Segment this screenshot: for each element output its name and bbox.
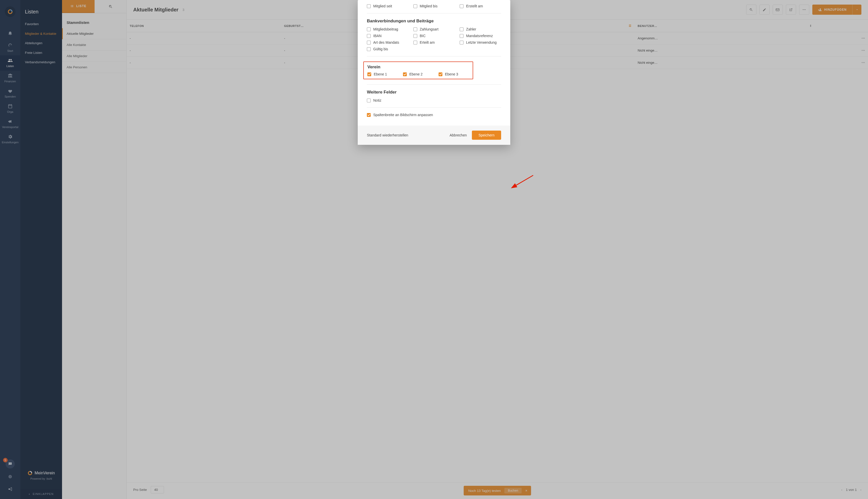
checkbox-icon [413, 4, 417, 8]
checkbox-icon [460, 34, 463, 38]
cb-bank-2-0[interactable]: Art des Mandats [367, 40, 408, 45]
cb-bank-2-1[interactable]: Erteilt am [413, 40, 455, 45]
reset-default-link[interactable]: Standard wiederherstellen [367, 133, 408, 137]
checkbox-icon [413, 27, 417, 31]
checkbox-label: Ebene 3 [445, 72, 458, 76]
cancel-button[interactable]: Abbrechen [450, 133, 467, 137]
checkbox-icon [413, 34, 417, 38]
columns-modal: Mitglied seitMitglied bisErstellt am Ban… [358, 0, 510, 145]
checkbox-icon [439, 72, 442, 76]
cb-verein-1[interactable]: Ebene 2 [403, 72, 433, 76]
checkbox-icon [460, 27, 463, 31]
cb-bank-0-0[interactable]: Mitgliedsbeitrag [367, 27, 408, 31]
cb-bank-3-0[interactable]: Gültig bis [367, 47, 408, 51]
checkbox-label: Mitglied seit [373, 4, 392, 8]
checkbox-label: Zahler [466, 27, 476, 31]
cb-bank-2-2[interactable]: Letzte Verwendung [460, 40, 501, 45]
checkbox-icon [367, 34, 371, 38]
svg-line-8 [515, 175, 533, 186]
section-verein-title: Verein [367, 64, 469, 70]
checkbox-label: Notiz [373, 98, 381, 102]
checkbox-label: Spaltenbreite an Bildschirm anpassen [373, 113, 433, 117]
section-verein-highlight: Verein Ebene 1Ebene 2Ebene 3 [363, 61, 473, 79]
checkbox-icon [367, 4, 371, 8]
checkbox-icon [403, 72, 407, 76]
section-weitere-title: Weitere Felder [367, 90, 501, 95]
cb-weitere-0[interactable]: Notiz [367, 98, 408, 102]
checkbox-label: Erstellt am [466, 4, 483, 8]
cb-top-1[interactable]: Mitglied bis [413, 4, 455, 8]
checkbox-icon [367, 41, 371, 45]
section-bank-title: Bankverbindungen und Beiträge [367, 19, 501, 24]
checkbox-icon [367, 99, 371, 102]
checkbox-icon [460, 41, 463, 45]
checkbox-label: Mitgliedsbeitrag [373, 27, 398, 31]
checkbox-icon [413, 41, 417, 45]
cb-bank-1-0[interactable]: IBAN [367, 34, 408, 38]
save-button[interactable]: Speichern [472, 131, 501, 140]
annotation-arrow [513, 174, 536, 189]
cb-bank-0-2[interactable]: Zahler [460, 27, 501, 31]
checkbox-label: BIC [420, 34, 426, 38]
cb-bank-1-1[interactable]: BIC [413, 34, 455, 38]
modal-scrim[interactable]: Mitglied seitMitglied bisErstellt am Ban… [0, 0, 868, 499]
checkbox-icon [367, 47, 371, 51]
cb-bank-0-1[interactable]: Zahlungsart [413, 27, 455, 31]
cb-autofit[interactable]: Spaltenbreite an Bildschirm anpassen [367, 113, 501, 117]
cb-bank-1-2[interactable]: Mandatsreferenz [460, 34, 501, 38]
checkbox-label: Mandatsreferenz [466, 34, 493, 38]
cb-top-0[interactable]: Mitglied seit [367, 4, 408, 8]
checkbox-label: Mitglied bis [420, 4, 438, 8]
cb-verein-0[interactable]: Ebene 1 [367, 72, 398, 76]
checkbox-icon [460, 4, 463, 8]
checkbox-label: Erteilt am [420, 40, 435, 45]
checkbox-label: Gültig bis [373, 47, 388, 51]
checkbox-icon [367, 27, 371, 31]
checkbox-icon [367, 113, 371, 117]
checkbox-label: Art des Mandats [373, 40, 399, 45]
main-panel: Aktuelle Mitglieder 3 HINZUFÜGEN [127, 0, 868, 499]
checkbox-label: Ebene 1 [374, 72, 387, 76]
checkbox-label: IBAN [373, 34, 382, 38]
modal-footer: Standard wiederherstellen Abbrechen Spei… [358, 125, 510, 145]
cb-verein-2[interactable]: Ebene 3 [439, 72, 469, 76]
checkbox-label: Ebene 2 [409, 72, 423, 76]
cb-top-2[interactable]: Erstellt am [460, 4, 501, 8]
checkbox-icon [367, 72, 371, 76]
checkbox-label: Zahlungsart [420, 27, 439, 31]
checkbox-label: Letzte Verwendung [466, 40, 497, 45]
